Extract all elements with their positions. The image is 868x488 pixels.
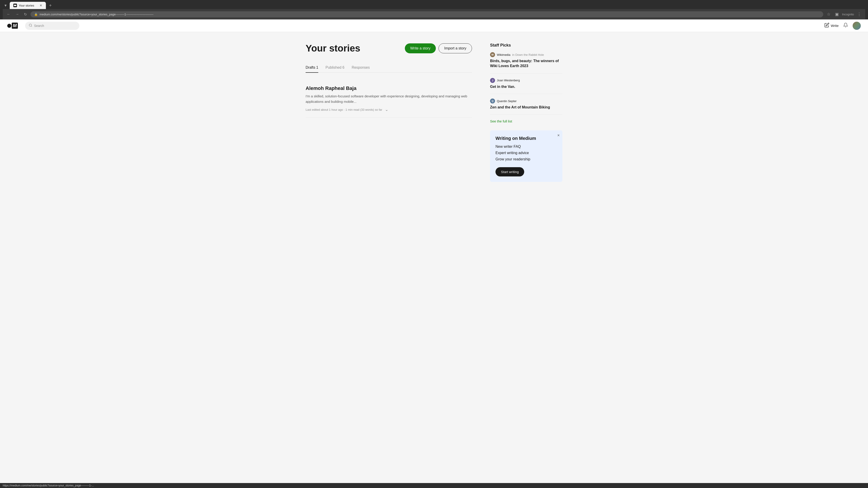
new-writer-faq-link[interactable]: New writer FAQ	[495, 144, 557, 149]
see-full-list-link[interactable]: See the full list	[490, 119, 562, 123]
logo-m: M	[12, 23, 18, 29]
pick-avatar-1: W	[490, 52, 495, 57]
url-lock-icon: 🔒	[34, 13, 38, 16]
medium-logo[interactable]: M	[7, 23, 18, 29]
writing-on-medium-card: × Writing on Medium New writer FAQ Exper…	[490, 130, 562, 182]
story-card: Alemoh Rapheal Baja I'm a skilled, solut…	[306, 80, 472, 118]
pick-avatar-3: Q	[490, 98, 495, 103]
story-title[interactable]: Alemoh Rapheal Baja	[306, 86, 472, 91]
search-bar[interactable]: Search	[25, 22, 79, 30]
sidebar-column: Staff Picks W Wikimedia in Down the Rabb…	[490, 43, 562, 182]
write-icon	[825, 23, 829, 29]
refresh-btn[interactable]: ↻	[23, 11, 28, 18]
story-expand-btn[interactable]: ⌄	[385, 107, 388, 112]
pick-item-1: W Wikimedia in Down the Rabbit Hole Bird…	[490, 52, 562, 73]
story-meta-text: Last edited about 1 hour ago · 1 min rea…	[306, 108, 382, 111]
tab-close-btn[interactable]: ✕	[39, 4, 42, 7]
sidebar-btn[interactable]: ▣	[834, 11, 840, 18]
pick-avatar-2: J	[490, 78, 495, 83]
pick-author-name-3: Quentin Septer	[497, 99, 517, 103]
tab-published[interactable]: Published 6	[326, 63, 344, 73]
pick-pub-1: in Down the Rabbit Hole	[512, 53, 544, 57]
menu-btn[interactable]: ⋮	[856, 11, 863, 18]
medium-tab-icon	[13, 4, 17, 7]
url-input[interactable]	[39, 13, 819, 16]
forward-btn[interactable]: →	[14, 11, 20, 17]
pick-author-3: Q Quentin Septer	[490, 98, 562, 103]
incognito-label: Incognito	[842, 13, 854, 16]
url-bar[interactable]: 🔒	[31, 11, 823, 18]
tab-responses[interactable]: Responses	[352, 63, 370, 73]
back-btn[interactable]: ←	[5, 11, 12, 17]
user-avatar[interactable]	[852, 22, 861, 30]
staff-picks-title: Staff Picks	[490, 43, 562, 48]
pick-title-1[interactable]: Birds, bugs, and beauty: The winners of …	[490, 59, 562, 69]
svg-point-2	[29, 24, 32, 26]
main-column: Your stories Write a story Import a stor…	[306, 43, 472, 182]
tab-dropdown-btn[interactable]: ▾	[3, 2, 8, 9]
expert-writing-link[interactable]: Expert writing advice	[495, 151, 557, 155]
svg-rect-1	[16, 5, 16, 6]
bookmark-btn[interactable]: ☆	[826, 11, 832, 18]
pick-item-2: J Joan Westenberg Get in the Van.	[490, 78, 562, 94]
pick-author-name-2: Joan Westenberg	[497, 78, 520, 82]
pick-title-2[interactable]: Get in the Van.	[490, 84, 562, 89]
write-btn[interactable]: Write	[825, 23, 839, 29]
notifications-btn[interactable]	[843, 23, 848, 29]
header-actions: Write a story Import a story	[405, 43, 472, 53]
search-placeholder: Search	[34, 24, 44, 28]
page-title: Your stories	[306, 43, 360, 54]
write-story-btn[interactable]: Write a story	[405, 43, 436, 53]
write-label: Write	[831, 24, 839, 28]
header-right: Write	[825, 22, 861, 30]
tab-title: Your stories	[19, 4, 34, 7]
search-icon	[29, 24, 32, 28]
new-tab-btn[interactable]: +	[47, 2, 54, 9]
writing-card-close-btn[interactable]: ×	[557, 133, 560, 138]
pick-author-name-1: Wikimedia	[497, 53, 510, 57]
tabs-nav: Drafts 1 Published 6 Responses	[306, 63, 472, 73]
browser-tab-active[interactable]: Your stories ✕	[10, 2, 46, 9]
svg-point-0	[14, 5, 16, 6]
pick-item-3: Q Quentin Septer Zen and the Art of Moun…	[490, 98, 562, 115]
page-header: Your stories Write a story Import a stor…	[306, 43, 472, 54]
pick-author-1: W Wikimedia in Down the Rabbit Hole	[490, 52, 562, 57]
tab-drafts[interactable]: Drafts 1	[306, 63, 318, 73]
pick-title-3[interactable]: Zen and the Art of Mountain Biking	[490, 105, 562, 110]
pick-author-2: J Joan Westenberg	[490, 78, 562, 83]
story-excerpt: I'm a skilled, solution-focused software…	[306, 94, 472, 104]
avatar-image	[852, 22, 861, 30]
grow-readership-link[interactable]: Grow your readership	[495, 157, 557, 161]
logo-circle	[7, 24, 11, 28]
start-writing-btn[interactable]: Start writing	[495, 167, 524, 176]
import-story-btn[interactable]: Import a story	[438, 43, 472, 53]
writing-card-title: Writing on Medium	[495, 136, 557, 141]
story-meta: Last edited about 1 hour ago · 1 min rea…	[306, 107, 472, 112]
